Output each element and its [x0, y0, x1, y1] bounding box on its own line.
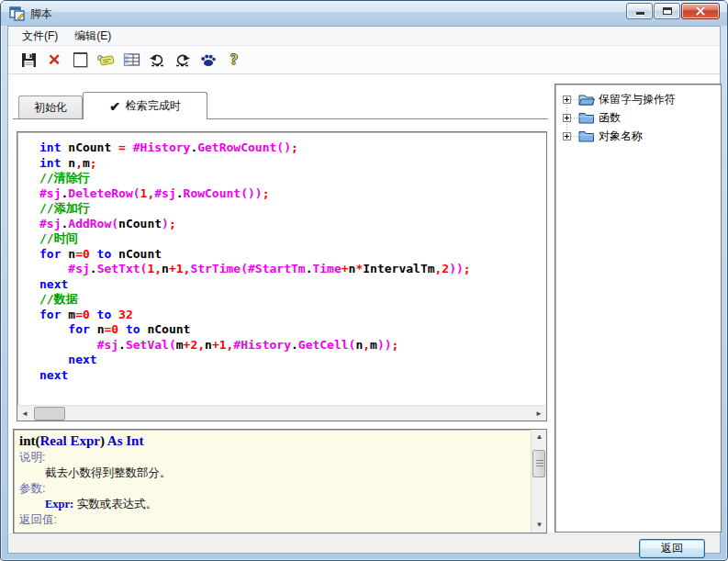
tree-item-label: 对象名称 [599, 129, 643, 144]
tree-connector [571, 136, 577, 137]
horizontal-scrollbar-thumb[interactable] [34, 407, 65, 421]
closed-folder-icon [578, 129, 595, 142]
undo-icon [148, 52, 166, 68]
help-param-name: Expr: [45, 498, 73, 511]
help-desc-text: 截去小数得到整数部分。 [19, 466, 525, 481]
tree-item-object-names[interactable]: 对象名称 [561, 127, 719, 145]
help-param-line: Expr: 实数或表达式。 [19, 497, 525, 512]
code-line: for n=0 to nCount [39, 247, 543, 263]
code-line: next [39, 353, 543, 368]
main-area: 初始化 ✔ 检索完成时 int nCount = #History.GetRow… [8, 75, 720, 553]
thumb-grip [536, 460, 543, 468]
tree-item-label: 保留字与操作符 [599, 92, 676, 107]
close-button[interactable] [681, 3, 720, 19]
delete-icon: ✕ [48, 52, 61, 68]
tree-rows: 保留字与操作符 函数 [561, 90, 719, 145]
tag-button[interactable] [93, 49, 118, 71]
help-signature: int(Real Expr) As Int [19, 432, 525, 450]
client-area: 文件(F) 编辑(E) ✕ [7, 26, 721, 554]
code-line: int nCount = #History.GetRowCount(); [39, 140, 543, 156]
redo-icon [174, 52, 192, 68]
save-button[interactable] [16, 49, 41, 71]
table-button[interactable] [118, 49, 144, 71]
toolbar: ✕ [8, 46, 720, 74]
title-bar[interactable]: 脚本 [1, 1, 727, 26]
code-line: for m=0 to 32 [39, 308, 543, 323]
help-button[interactable]: ? [221, 49, 247, 71]
script-dialog-window: 脚本 文件(F) 编辑(E) [0, 0, 728, 561]
paw-icon [199, 52, 218, 68]
tree-connector [571, 118, 577, 118]
close-icon [695, 6, 706, 17]
scroll-left-button[interactable]: ◄ [17, 406, 32, 421]
scroll-right-button[interactable]: ► [532, 406, 546, 421]
code-line: next [39, 277, 543, 293]
code-line: next [39, 368, 543, 384]
code-line: //数据 [39, 292, 543, 308]
scroll-up-button[interactable]: ▲ [532, 430, 547, 444]
vertical-scrollbar[interactable]: ▲ ▼ [531, 430, 546, 533]
horizontal-scrollbar[interactable]: ◄ ► [17, 405, 546, 421]
code-editor[interactable]: int nCount = #History.GetRowCount();int … [17, 131, 547, 421]
table-icon [123, 52, 140, 67]
vertical-scrollbar-thumb[interactable] [532, 450, 545, 477]
tab-on-search-complete-label: 检索完成时 [126, 98, 181, 114]
tag-icon [96, 52, 115, 67]
minimize-icon [636, 12, 644, 15]
maximize-button[interactable] [654, 3, 680, 19]
new-form-icon [73, 52, 87, 67]
help-params-label: 参数: [19, 481, 525, 497]
save-icon [20, 51, 38, 69]
menu-edit[interactable]: 编辑(E) [66, 27, 119, 46]
tree-panel: 保留字与操作符 函数 [554, 84, 722, 533]
help-content: int(Real Expr) As Int 说明: 截去小数得到整数部分。 参数… [14, 430, 531, 533]
expand-plus-icon[interactable] [563, 114, 571, 122]
menu-file[interactable]: 文件(F) [14, 27, 66, 46]
expand-plus-icon[interactable] [563, 95, 571, 104]
open-folder-icon [578, 93, 595, 106]
help-desc-label: 说明: [19, 450, 525, 466]
code-line: int n,m; [39, 156, 543, 172]
closed-folder-icon [578, 111, 595, 124]
check-icon: ✔ [109, 99, 120, 114]
code-line: #sj.AddRow(nCount); [39, 217, 543, 232]
app-icon [9, 6, 25, 21]
window-title: 脚本 [30, 6, 52, 22]
help-param-desc: 实数或表达式。 [73, 498, 157, 511]
delete-button[interactable]: ✕ [41, 49, 67, 71]
tree-item-label: 函数 [599, 110, 621, 126]
code-line: for n=0 to nCount [39, 322, 543, 338]
tree-connector [571, 99, 577, 100]
tree-item-functions[interactable]: 函数 [561, 108, 719, 127]
code-content[interactable]: int nCount = #History.GetRowCount();int … [17, 132, 546, 405]
paw-button[interactable] [196, 49, 221, 71]
help-icon: ? [230, 51, 238, 68]
help-panel: int(Real Expr) As Int 说明: 截去小数得到整数部分。 参数… [13, 429, 547, 533]
menu-bar: 文件(F) 编辑(E) [8, 27, 720, 46]
return-button[interactable]: 返回 [639, 539, 705, 558]
footer-bar: 返回 [8, 533, 720, 553]
redo-button[interactable] [170, 49, 196, 71]
code-line: #sj.DeleteRow(1,#sj.RowCount()); [39, 186, 543, 202]
scroll-down-button[interactable]: ▼ [532, 518, 547, 533]
minimize-button[interactable] [626, 3, 653, 19]
expand-plus-icon[interactable] [563, 132, 571, 140]
tab-on-search-complete[interactable]: ✔ 检索完成时 [83, 92, 207, 119]
tab-initialize-label: 初始化 [34, 100, 67, 116]
code-line: //清除行 [39, 171, 543, 186]
code-line: #sj.SetTxt(1,n+1,StrTime(#StartTm.Time+n… [39, 262, 543, 277]
undo-button[interactable] [144, 49, 170, 71]
maximize-icon [663, 7, 672, 15]
tab-initialize[interactable]: 初始化 [18, 95, 83, 118]
code-line: #sj.SetVal(m+2,n+1,#History.GetCell(n,m)… [39, 338, 543, 353]
code-line: //时间 [39, 231, 543, 247]
return-button-label: 返回 [661, 541, 683, 556]
tree-item-reserved-words[interactable]: 保留字与操作符 [561, 90, 719, 108]
help-return-label: 返回值: [19, 512, 525, 528]
new-button[interactable] [67, 49, 93, 71]
code-line: //添加行 [39, 201, 543, 217]
